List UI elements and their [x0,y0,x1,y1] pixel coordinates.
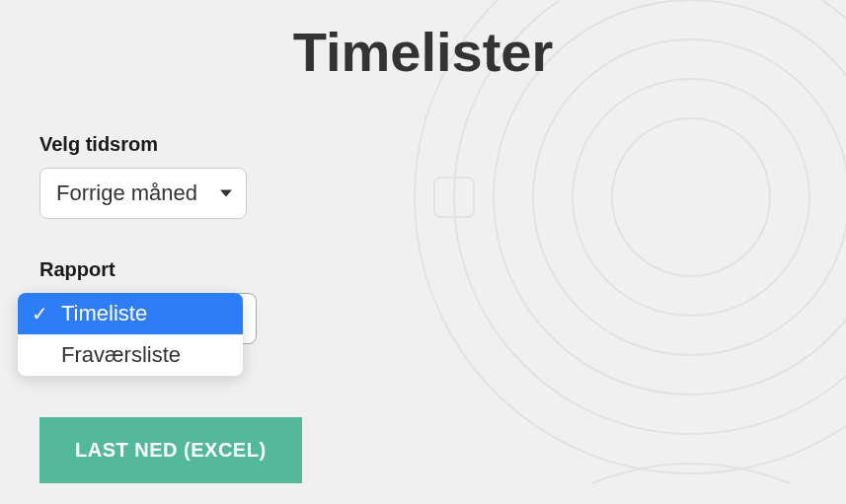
chevron-down-icon [220,190,232,197]
dropdown-option-label: Fraværsliste [61,342,181,367]
report-form-group: Rapport Timeliste Fraværsliste [39,258,807,348]
download-button[interactable]: LAST NED (EXCEL) [39,417,302,483]
period-label: Velg tidsrom [39,133,807,156]
period-select[interactable]: Forrige måned [39,168,247,219]
period-form-group: Velg tidsrom Forrige måned [39,133,807,219]
period-select-value: Forrige måned [56,180,197,205]
page-title: Timelister [39,20,807,84]
report-label: Rapport [39,258,807,281]
dropdown-option-label: Timeliste [61,301,147,325]
dropdown-option-timeliste[interactable]: Timeliste [18,293,243,334]
dropdown-option-fravaersliste[interactable]: Fraværsliste [18,334,243,376]
report-dropdown-menu: Timeliste Fraværsliste [18,293,243,376]
